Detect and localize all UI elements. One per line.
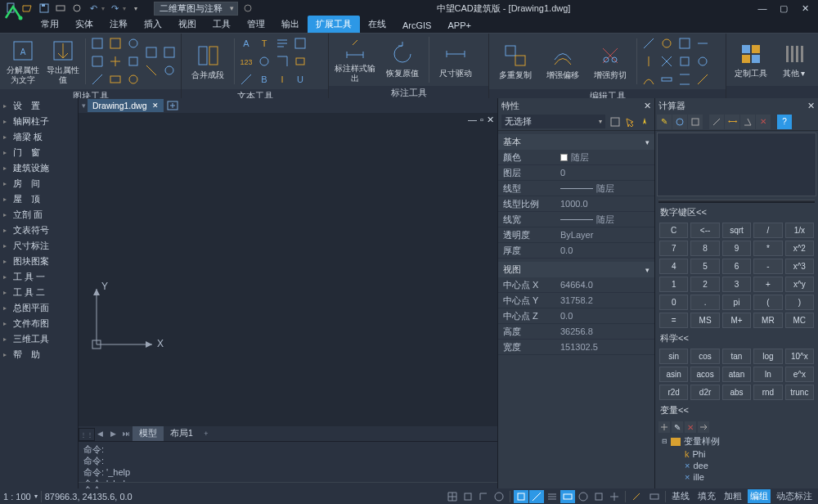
calc-key[interactable]: sqrt <box>722 223 751 238</box>
text-tool-icon[interactable] <box>256 53 272 70</box>
sb-lwt-icon[interactable] <box>545 490 560 503</box>
calc-key[interactable]: 4 <box>659 259 688 274</box>
edit-tool-icon[interactable] <box>676 71 693 88</box>
var-item[interactable]: kPhi <box>662 448 815 460</box>
calc-key[interactable]: 2 <box>690 277 719 292</box>
block-tool-icon[interactable] <box>125 35 142 52</box>
calc-dist-icon[interactable]: ⟷ <box>725 115 739 129</box>
sb-snap-icon[interactable] <box>461 490 475 503</box>
sb-cycle-icon[interactable] <box>576 490 591 503</box>
collapse-icon[interactable]: ▾ <box>645 138 649 146</box>
calc-section-header[interactable]: 变量<< <box>655 403 818 418</box>
qat-plot-icon[interactable] <box>54 2 67 15</box>
sb-dyn-icon[interactable] <box>560 490 575 503</box>
sidebar-item[interactable]: 三维工具 <box>0 331 78 347</box>
var-delete-icon[interactable]: ✕ <box>685 421 696 433</box>
sidebar-item[interactable]: 门 窗 <box>0 145 78 160</box>
layout-prev-icon[interactable]: ◀ <box>93 427 106 440</box>
sidebar-item[interactable]: 尺寸标注 <box>0 238 78 254</box>
sidebar-item[interactable]: 立剖 面 <box>0 207 78 223</box>
sidebar-item[interactable]: 图块图案 <box>0 254 78 269</box>
edit-tool-icon[interactable] <box>658 35 675 52</box>
sb-annomon-icon[interactable] <box>607 490 622 503</box>
sidebar-item[interactable]: 文表符号 <box>0 223 78 238</box>
calc-key[interactable]: 1 <box>659 277 688 292</box>
minimize-button[interactable]: — <box>753 2 772 15</box>
qat-preview-icon[interactable] <box>70 2 83 15</box>
calc-display[interactable] <box>657 133 816 196</box>
workspace-selector[interactable]: 二维草图与注释 <box>154 2 238 16</box>
tab-manage[interactable]: 管理 <box>239 16 273 33</box>
calc-angle-icon[interactable] <box>740 115 755 129</box>
calc-mode-icon[interactable] <box>672 115 687 129</box>
collapse-icon[interactable]: ▾ <box>645 266 649 274</box>
calc-section-header[interactable]: 数字键区<< <box>655 205 818 220</box>
calc-key[interactable]: 9 <box>722 241 751 256</box>
calc-key[interactable]: atan <box>722 367 751 382</box>
sb-grid-icon[interactable] <box>445 490 460 503</box>
text-tool-icon[interactable]: A <box>238 35 254 52</box>
explode-attrs-button[interactable]: A分解属性为文字 <box>3 37 42 86</box>
sb-toggle[interactable]: 填充 <box>695 489 718 503</box>
model-tab[interactable]: 模型 <box>133 426 164 441</box>
custom-tools-button[interactable]: 定制工具 <box>730 35 771 84</box>
pickadd-icon[interactable] <box>609 115 622 128</box>
edit-tool-icon[interactable] <box>694 71 711 88</box>
qat-redo-icon[interactable]: ↷ <box>108 2 121 15</box>
calc-key[interactable]: rnd <box>753 385 782 400</box>
calc-key[interactable]: 7 <box>659 241 688 256</box>
drawing-canvas[interactable]: — ▫ ✕ Y X <box>79 113 497 426</box>
calc-key[interactable]: d2r <box>690 385 719 400</box>
tab-annotate[interactable]: 注释 <box>101 16 136 33</box>
calc-help-icon[interactable]: ? <box>777 115 792 129</box>
enhanced-offset-button[interactable]: 增强偏移 <box>540 37 586 86</box>
calc-key[interactable]: M+ <box>722 313 751 328</box>
calc-key[interactable]: sin <box>659 349 688 364</box>
calc-key[interactable]: / <box>753 223 782 238</box>
text-tool-icon[interactable] <box>292 35 308 52</box>
edit-tool-icon[interactable] <box>640 53 657 70</box>
sb-polar-icon[interactable] <box>492 490 506 503</box>
calc-clear-icon[interactable]: ✎ <box>657 115 672 129</box>
calc-key[interactable]: MC <box>785 313 814 328</box>
file-tab[interactable]: Drawing1.dwg✕ <box>88 99 164 112</box>
text-tool-icon[interactable]: I <box>274 71 290 88</box>
block-tool-icon[interactable] <box>89 71 106 88</box>
sb-toggle[interactable]: 动态标注 <box>774 489 815 503</box>
restore-value-button[interactable]: 恢复原值 <box>380 35 425 84</box>
calc-key[interactable]: ) <box>785 295 814 310</box>
panel-close-icon[interactable]: ✕ <box>807 101 815 111</box>
sb-otrack-icon[interactable] <box>529 490 544 503</box>
calc-key[interactable]: MS <box>690 313 719 328</box>
edit-tool-icon[interactable] <box>640 71 657 88</box>
calc-key[interactable]: 1/x <box>785 223 814 238</box>
tab-online[interactable]: 在线 <box>360 16 394 33</box>
text-tool-icon[interactable]: T <box>256 35 272 52</box>
sidebar-item[interactable]: 总图平面 <box>0 300 78 316</box>
tab-view[interactable]: 视图 <box>170 16 204 33</box>
edit-tool-icon[interactable] <box>658 71 675 88</box>
sb-toggle[interactable]: 编组 <box>748 489 771 503</box>
layout1-tab[interactable]: 布局1 <box>164 426 200 441</box>
calc-key[interactable]: asin <box>659 367 688 382</box>
var-send-icon[interactable] <box>698 421 709 433</box>
block-tool-icon[interactable] <box>125 71 142 88</box>
calc-key[interactable]: <-- <box>690 223 719 238</box>
calc-get-icon[interactable] <box>688 115 703 129</box>
calc-key[interactable]: . <box>690 295 719 310</box>
block-tool-icon[interactable] <box>161 62 178 79</box>
dim-drive-button[interactable]: 尺寸驱动 <box>433 35 479 84</box>
tab-output[interactable]: 输出 <box>273 16 308 33</box>
calc-key[interactable]: pi <box>722 295 751 310</box>
sb-annovisibility-icon[interactable] <box>647 490 662 503</box>
layout-next-icon[interactable]: ▶ <box>106 427 119 440</box>
var-edit-icon[interactable]: ✎ <box>672 421 683 433</box>
block-tool-icon[interactable] <box>89 53 106 70</box>
sidebar-item[interactable]: 工 具 二 <box>0 285 78 300</box>
calc-key[interactable]: ( <box>753 295 782 310</box>
maximize-button[interactable]: ▢ <box>774 2 793 15</box>
panel-close-icon[interactable]: ✕ <box>644 101 651 111</box>
sidebar-item[interactable]: 建筑设施 <box>0 160 78 176</box>
enhanced-trim-button[interactable]: 增强剪切 <box>587 37 633 86</box>
text-tool-icon[interactable] <box>292 53 308 70</box>
